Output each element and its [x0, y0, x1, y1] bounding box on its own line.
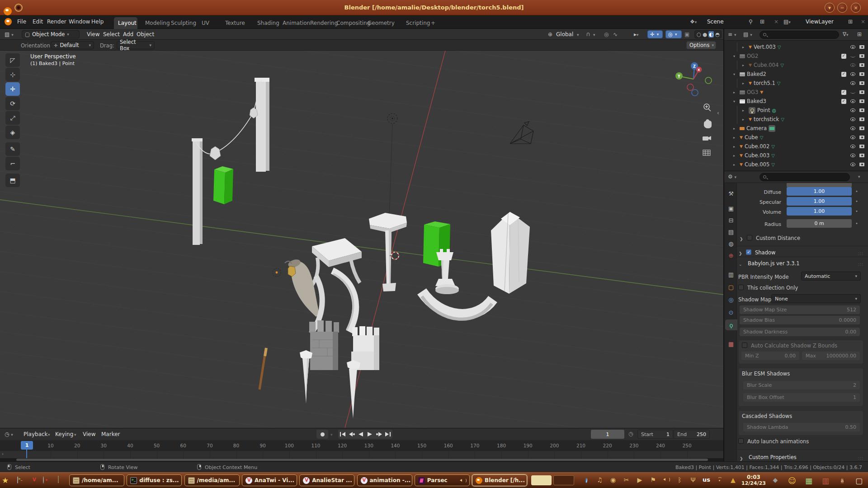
tab-texture[interactable]: ▦	[725, 338, 737, 349]
next-keyframe-button[interactable]	[374, 430, 383, 439]
camera-toggle[interactable]	[859, 127, 864, 130]
shadow-checkbox[interactable]: ✓	[746, 249, 751, 255]
close-button[interactable]: ×	[851, 3, 861, 13]
expand-arrow[interactable]: ▸	[733, 90, 738, 94]
properties-options-icon[interactable]: ▾	[858, 174, 860, 179]
visibility-icon[interactable]: ▸▾	[634, 31, 639, 38]
checkbox-toggle[interactable]	[841, 72, 846, 77]
checkbox-toggle[interactable]	[841, 90, 846, 95]
tab-world[interactable]: ⊕	[725, 250, 737, 261]
outliner-row[interactable]: ▸▼Cube.005▽	[724, 160, 868, 169]
outliner-row[interactable]: ▾OG2	[724, 52, 868, 61]
auto-launch-checkbox[interactable]	[738, 438, 744, 444]
scrollbar-handle[interactable]	[16, 459, 708, 461]
viewport-3d[interactable]: Z Y X ‹ User Perspective (1) Baked3 | Po…	[0, 51, 723, 428]
tray-archive-icon[interactable]: ◆	[769, 476, 781, 483]
menu-window[interactable]: Window	[69, 19, 90, 25]
tray-flag-icon[interactable]: ⚑	[647, 476, 659, 483]
tray-dictionary-icon[interactable]: ▥	[820, 476, 831, 485]
eye-toggle[interactable]	[850, 108, 855, 112]
blur-scale-field[interactable]: Blur Scale2	[743, 381, 860, 389]
tab-scripting[interactable]: Scripting	[402, 17, 423, 29]
editor-type-icon[interactable]: ◷ ▾	[5, 431, 13, 437]
taskbar-window-5[interactable]: AnalieStar ...	[299, 474, 354, 486]
camera-toggle[interactable]	[859, 154, 864, 157]
timeline-ruler[interactable]: 1 10203040506070809010011012013014015016…	[0, 440, 723, 451]
outliner-row[interactable]: ▸▼Cube.004▽	[724, 61, 868, 70]
expand-arrow[interactable]: ▸	[733, 163, 738, 167]
terminal-launcher-icon[interactable]	[17, 476, 18, 483]
tray-play-icon[interactable]: ▶	[634, 476, 646, 483]
shadow-map-size-field[interactable]: Shadow Map Size512	[740, 305, 860, 314]
taskbar-window-4[interactable]: AnaTwi - Vi...	[242, 474, 297, 486]
outliner-row[interactable]: ▸▼Vert.003▽	[724, 42, 868, 52]
eye-toggle[interactable]	[850, 91, 855, 94]
taskbar-window-1[interactable]: /home/am...	[69, 474, 124, 486]
eye-toggle[interactable]	[850, 154, 855, 157]
expand-arrow[interactable]: ▸	[733, 136, 738, 140]
shading-solid-icon[interactable]: ●	[703, 31, 707, 38]
proportional-edit-icon[interactable]: ◎	[604, 31, 609, 38]
outliner-row[interactable]: ▸OG3▼	[724, 88, 868, 97]
tab-render[interactable]: ▣	[725, 203, 737, 214]
camera-toggle[interactable]	[859, 145, 864, 148]
timeline-scrollbar[interactable]	[0, 458, 723, 461]
tab-compositing[interactable]: Compositing	[332, 17, 359, 29]
eye-toggle[interactable]	[850, 117, 855, 121]
tool-add-cube[interactable]: ⬒	[5, 174, 20, 187]
eye-toggle[interactable]	[850, 63, 855, 67]
gizmo-x-neg[interactable]	[687, 84, 693, 90]
editor-type-icon[interactable]: ▧ ▾	[5, 31, 14, 38]
collection-only-checkbox[interactable]	[738, 285, 744, 290]
options-button[interactable]: Options ▾	[686, 41, 716, 49]
camera-toggle[interactable]	[859, 63, 864, 67]
minimize-button[interactable]: ─	[837, 3, 847, 13]
panel-expand-arrow[interactable]: ⌄	[739, 262, 742, 267]
menu-render[interactable]: Render	[47, 19, 66, 25]
camera-toggle[interactable]	[859, 72, 864, 76]
current-frame-field[interactable]: 1	[591, 430, 624, 439]
transform-orientation[interactable]: Global	[556, 31, 573, 38]
tool-select-box[interactable]: ◸	[5, 53, 20, 67]
eye-toggle[interactable]	[850, 72, 855, 76]
tab-uv-editing[interactable]: UV Editing	[193, 17, 217, 29]
jump-start-button[interactable]	[338, 430, 347, 439]
viewlayer-name[interactable]: ViewLayer	[806, 19, 834, 25]
shadow-darkness-field[interactable]: Shadow Darkness0.00	[740, 328, 860, 336]
expand-arrow[interactable]: ▾	[733, 72, 738, 76]
tool-rotate[interactable]: ⟳	[5, 97, 20, 110]
eye-toggle[interactable]	[850, 55, 855, 57]
menu-view[interactable]: View	[83, 431, 95, 437]
gizmo-toggle[interactable]: ✛▾	[647, 30, 663, 38]
shading-wireframe-icon[interactable]: ○	[697, 31, 701, 38]
gizmo-z-neg[interactable]	[692, 89, 698, 96]
mode-selector[interactable]: ▢ Object Mode ▾	[22, 30, 80, 38]
tab-data[interactable]: ϙ	[725, 319, 737, 330]
camera-toggle[interactable]	[859, 108, 864, 112]
expand-arrow[interactable]: ▸	[742, 81, 747, 85]
radius-slider[interactable]: 0 m	[787, 219, 852, 228]
tray-usb-icon[interactable]: Ψ	[687, 476, 699, 483]
expand-arrow[interactable]: ▸	[742, 108, 747, 113]
pin-icon[interactable]: ⚲	[749, 19, 753, 25]
taskbar-window-3[interactable]: /media/am...	[184, 474, 240, 486]
panel-expand-arrow[interactable]: ❯	[740, 237, 743, 241]
tab-animation[interactable]: Animation	[278, 17, 302, 29]
expand-arrow[interactable]: ▾	[733, 54, 738, 58]
jump-end-button[interactable]	[383, 430, 392, 439]
remove-viewlayer-icon[interactable]: ×	[861, 19, 865, 25]
snap-options-icon[interactable]: ▾	[593, 33, 595, 37]
tray-wifi-icon[interactable]	[714, 476, 726, 483]
expand-arrow[interactable]: ▸	[742, 117, 747, 122]
checkbox-toggle[interactable]	[841, 99, 846, 104]
filter-icon[interactable]: ∇▾	[843, 31, 849, 38]
outliner-row[interactable]: ▸▼torch5.1▽	[724, 79, 868, 88]
expand-arrow[interactable]: ▸	[733, 145, 738, 149]
tool-cursor[interactable]: ⊹	[5, 68, 20, 81]
menu-object[interactable]: Object	[137, 31, 154, 38]
outliner-row[interactable]: ▸Camera	[724, 124, 868, 133]
tray-info-icon[interactable]: i	[580, 476, 592, 484]
tab-object[interactable]: ▢	[725, 282, 737, 292]
animate-dot[interactable]: •	[855, 189, 858, 194]
menu-edit[interactable]: Edit	[33, 19, 43, 25]
